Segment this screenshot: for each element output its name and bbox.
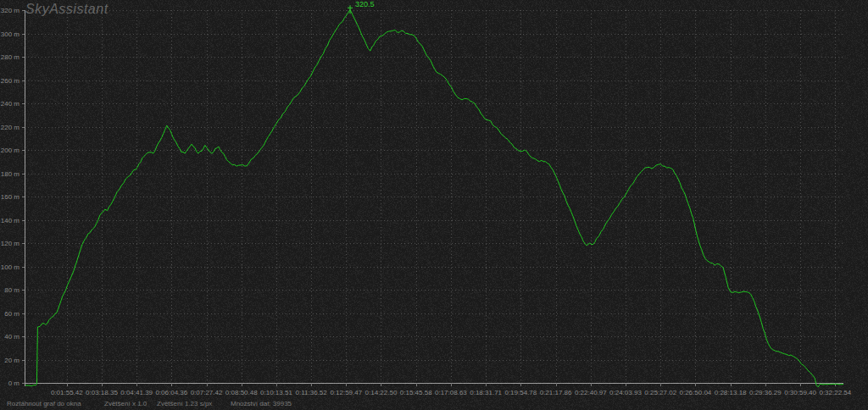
svg-text:180 m: 180 m <box>1 170 20 178</box>
svg-text:0:03:18.35: 0:03:18.35 <box>86 389 118 396</box>
svg-text:260 m: 260 m <box>1 77 20 85</box>
svg-text:120 m: 120 m <box>1 240 20 247</box>
svg-text:0:22:40.97: 0:22:40.97 <box>575 389 607 396</box>
statusbar-zoom-factor: Zvětšení x 1.0 <box>104 400 147 407</box>
svg-text:0:12:59.47: 0:12:59.47 <box>330 389 362 396</box>
svg-text:320 m: 320 m <box>1 7 20 14</box>
svg-text:0:01:55.42: 0:01:55.42 <box>51 389 83 396</box>
statusbar-data-count: Množství dat: 39935 <box>231 400 292 407</box>
svg-text:240 m: 240 m <box>1 100 20 108</box>
grid-layer <box>25 10 843 384</box>
svg-text:160 m: 160 m <box>1 193 20 201</box>
svg-text:0:28:13.18: 0:28:13.18 <box>715 389 747 396</box>
y-tick-labels: 0 m20 m40 m60 m80 m100 m120 m140 m160 m1… <box>1 7 20 387</box>
statusbar-scale-per-pixel: Zvětšení 1.23 s/px <box>157 400 212 407</box>
app-title: SkyAssistant <box>25 2 108 17</box>
svg-text:300 m: 300 m <box>1 30 20 38</box>
svg-text:100 m: 100 m <box>1 263 20 271</box>
svg-text:200 m: 200 m <box>1 147 20 154</box>
svg-text:220 m: 220 m <box>1 124 20 131</box>
svg-text:0:21:17.86: 0:21:17.86 <box>540 389 572 396</box>
statusbar-stretch-graph-command[interactable]: Roztáhnout graf do okna <box>7 400 81 407</box>
peak-value-label: 320.5 <box>355 0 375 8</box>
svg-text:0:25:27.02: 0:25:27.02 <box>644 389 676 396</box>
svg-text:0:18:31.71: 0:18:31.71 <box>470 389 502 396</box>
svg-text:0:04:41.39: 0:04:41.39 <box>120 389 153 396</box>
svg-text:0:11:36.52: 0:11:36.52 <box>296 389 328 396</box>
elevation-chart: 0 m20 m40 m60 m80 m100 m120 m140 m160 m1… <box>0 0 868 410</box>
svg-text:0:29:36.29: 0:29:36.29 <box>749 389 782 396</box>
svg-text:0:14:22.50: 0:14:22.50 <box>365 389 398 396</box>
svg-text:280 m: 280 m <box>1 53 20 61</box>
svg-text:0:17:08.63: 0:17:08.63 <box>435 389 467 396</box>
altitude-line <box>25 9 843 387</box>
svg-text:0:15:45.58: 0:15:45.58 <box>400 389 432 396</box>
svg-text:0:24:03.93: 0:24:03.93 <box>609 389 642 396</box>
svg-text:0:10:13.51: 0:10:13.51 <box>260 389 292 396</box>
svg-text:0 m: 0 m <box>8 380 20 387</box>
svg-text:40 m: 40 m <box>4 333 19 341</box>
svg-text:0:19:54.78: 0:19:54.78 <box>504 389 537 396</box>
x-tick-labels: 0:01:55.420:03:18.350:04:41.390:06:04.36… <box>51 389 852 396</box>
svg-text:140 m: 140 m <box>1 217 20 224</box>
svg-text:0:30:59.40: 0:30:59.40 <box>784 389 816 396</box>
svg-text:60 m: 60 m <box>4 310 19 318</box>
svg-text:0:07:27.42: 0:07:27.42 <box>191 389 223 396</box>
status-bar: Roztáhnout graf do okna Zvětšení x 1.0 Z… <box>0 399 868 410</box>
svg-text:0:06:04.36: 0:06:04.36 <box>155 389 187 396</box>
svg-text:80 m: 80 m <box>4 286 19 294</box>
tick-marks <box>22 11 836 387</box>
skyassistant-window: 0 m20 m40 m60 m80 m100 m120 m140 m160 m1… <box>0 0 868 410</box>
svg-text:20 m: 20 m <box>4 357 19 364</box>
svg-text:0:26:50.04: 0:26:50.04 <box>679 389 711 396</box>
svg-text:0:32:22.54: 0:32:22.54 <box>819 389 851 396</box>
svg-text:0:08:50.48: 0:08:50.48 <box>225 389 258 396</box>
